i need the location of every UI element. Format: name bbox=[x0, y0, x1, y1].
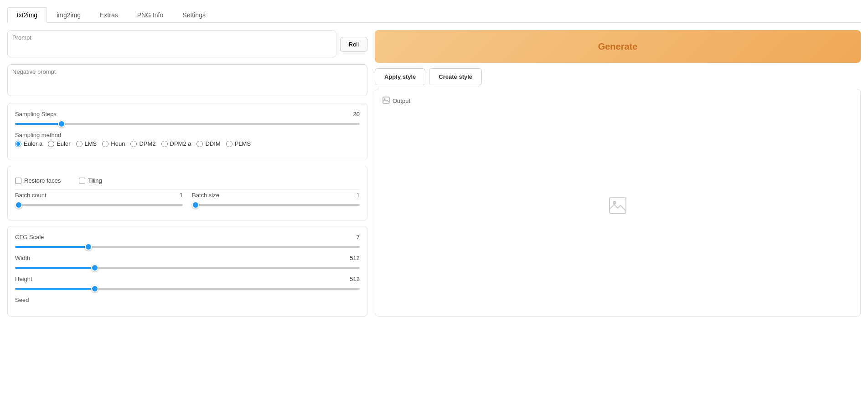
roll-button[interactable]: Roll bbox=[340, 37, 367, 52]
batch-size-value: 1 bbox=[356, 192, 360, 199]
height-slider[interactable] bbox=[15, 288, 360, 290]
tiling-checkbox[interactable] bbox=[79, 178, 85, 184]
radio-dpm2[interactable]: DPM2 bbox=[130, 140, 155, 147]
prompt-container bbox=[7, 30, 336, 59]
tab-img2img[interactable]: img2img bbox=[47, 7, 90, 22]
cfg-scale-label: CFG Scale bbox=[15, 234, 44, 240]
restore-faces-checkbox[interactable] bbox=[15, 178, 21, 184]
sampling-method-control: Sampling method Euler a Euler bbox=[15, 132, 360, 147]
sampling-steps-slider[interactable] bbox=[15, 123, 360, 125]
sampling-steps-value: 20 bbox=[353, 111, 360, 118]
output-label-row: Output bbox=[382, 97, 410, 105]
image-placeholder-icon bbox=[609, 196, 627, 218]
radio-euler[interactable]: Euler bbox=[48, 140, 70, 147]
apply-style-button[interactable]: Apply style bbox=[375, 68, 425, 85]
batch-size-slider[interactable] bbox=[192, 204, 360, 206]
sampling-method-label: Sampling method bbox=[15, 132, 61, 138]
batch-count-value: 1 bbox=[180, 192, 183, 199]
batch-count-label: Batch count bbox=[15, 192, 46, 199]
radio-euler-a[interactable]: Euler a bbox=[15, 140, 42, 147]
cfg-scale-control: CFG Scale 7 bbox=[15, 234, 360, 249]
style-buttons-row: Apply style Create style bbox=[375, 68, 861, 85]
controls-section: Sampling Steps 20 Sampling method Euler … bbox=[7, 103, 367, 160]
batch-size-label: Batch size bbox=[192, 192, 219, 199]
radio-heun[interactable]: Heun bbox=[102, 140, 125, 147]
tab-txt2img[interactable]: txt2img bbox=[7, 7, 47, 23]
tiling-option[interactable]: Tiling bbox=[79, 177, 102, 184]
negative-prompt-container bbox=[7, 64, 367, 97]
output-panel: Output bbox=[375, 89, 861, 317]
seed-control: Seed bbox=[15, 297, 360, 303]
radio-ddim[interactable]: DDIM bbox=[196, 140, 220, 147]
tab-extras[interactable]: Extras bbox=[90, 7, 128, 22]
width-value: 512 bbox=[350, 255, 360, 261]
output-text-label: Output bbox=[393, 97, 410, 104]
svg-rect-2 bbox=[610, 197, 626, 214]
svg-point-3 bbox=[613, 201, 616, 204]
generate-button[interactable]: Generate bbox=[375, 30, 861, 63]
batch-count-slider[interactable] bbox=[15, 204, 183, 206]
width-control: Width 512 bbox=[15, 255, 360, 270]
face-tiling-section: Restore faces Tiling Batch count 1 bbox=[7, 166, 367, 220]
height-control: Height 512 bbox=[15, 276, 360, 291]
batch-sliders: Batch count 1 Batch size 1 bbox=[15, 192, 360, 213]
height-value: 512 bbox=[350, 276, 360, 282]
height-label: Height bbox=[15, 276, 32, 282]
sampling-method-radio-group: Euler a Euler LMS Heun bbox=[15, 140, 360, 147]
radio-lms[interactable]: LMS bbox=[76, 140, 97, 147]
cfg-section: CFG Scale 7 Width 512 Height bbox=[7, 226, 367, 317]
batch-size-control: Batch size 1 bbox=[192, 192, 360, 207]
tab-png-info[interactable]: PNG Info bbox=[128, 7, 173, 22]
width-slider[interactable] bbox=[15, 267, 360, 269]
create-style-button[interactable]: Create style bbox=[429, 68, 482, 85]
tiling-label: Tiling bbox=[88, 177, 102, 184]
cfg-scale-slider[interactable] bbox=[15, 246, 360, 248]
restore-faces-label: Restore faces bbox=[24, 177, 61, 184]
sampling-steps-control: Sampling Steps 20 bbox=[15, 111, 360, 126]
output-image-area bbox=[382, 105, 853, 309]
seed-label: Seed bbox=[15, 297, 29, 303]
negative-prompt-input[interactable] bbox=[7, 64, 367, 96]
prompt-input[interactable] bbox=[7, 30, 336, 57]
checkbox-row: Restore faces Tiling bbox=[15, 174, 360, 188]
radio-plms[interactable]: PLMS bbox=[226, 140, 251, 147]
width-label: Width bbox=[15, 255, 30, 261]
batch-count-control: Batch count 1 bbox=[15, 192, 183, 207]
prompt-row: Roll bbox=[7, 30, 367, 59]
sampling-steps-label: Sampling Steps bbox=[15, 111, 57, 118]
radio-dpm2a[interactable]: DPM2 a bbox=[161, 140, 191, 147]
tabs-bar: txt2img img2img Extras PNG Info Settings bbox=[7, 7, 861, 23]
restore-faces-option[interactable]: Restore faces bbox=[15, 177, 61, 184]
output-image-icon bbox=[382, 97, 390, 105]
cfg-scale-value: 7 bbox=[356, 234, 360, 240]
tab-settings[interactable]: Settings bbox=[173, 7, 215, 22]
